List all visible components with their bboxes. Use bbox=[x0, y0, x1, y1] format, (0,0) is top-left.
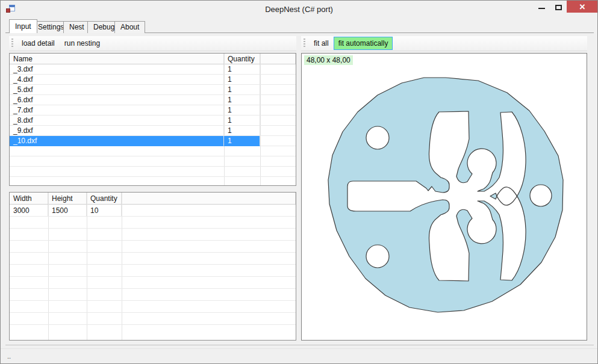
cell-empty bbox=[260, 116, 296, 126]
cell-quantity: 1 bbox=[224, 95, 260, 105]
part-preview-svg bbox=[302, 54, 588, 341]
window-title: DeepNest (C# port) bbox=[1, 5, 597, 14]
tab-nest[interactable]: Nest bbox=[63, 21, 90, 33]
minimize-button[interactable] bbox=[533, 1, 550, 13]
status-text: .. bbox=[1, 353, 11, 360]
page-bottom-divider bbox=[5, 345, 594, 345]
dimension-label: 48,00 x 48,00 bbox=[304, 55, 353, 65]
cell-name: _10.dxf bbox=[10, 136, 224, 146]
cell-quantity: 10 bbox=[87, 205, 122, 217]
cell-name: _7.dxf bbox=[10, 105, 224, 116]
table-row[interactable]: _5.dxf 1 bbox=[10, 85, 296, 95]
part-preview-canvas[interactable]: 48,00 x 48,00 bbox=[301, 53, 587, 341]
fit-automatically-button[interactable]: fit automatically bbox=[334, 37, 393, 50]
table-row[interactable]: _6.dxf 1 bbox=[10, 95, 296, 105]
table-row[interactable]: _3.dxf 1 bbox=[10, 64, 296, 75]
load-detail-button[interactable]: load detail bbox=[17, 37, 60, 50]
cell-quantity: 1 bbox=[224, 105, 260, 116]
sheets-table-header: Width Height Quantity bbox=[10, 193, 296, 205]
cell-empty bbox=[260, 136, 296, 146]
toolbar-grip-icon[interactable] bbox=[304, 39, 305, 48]
cell-empty bbox=[260, 85, 296, 95]
table-row[interactable]: _7.dxf 1 bbox=[10, 105, 296, 116]
cell-name: _9.dxf bbox=[10, 126, 224, 136]
header-quantity[interactable]: Quantity bbox=[224, 54, 260, 64]
table-row[interactable]: 3000 1500 10 bbox=[10, 205, 296, 217]
cell-empty bbox=[260, 105, 296, 116]
cell-quantity: 1 bbox=[224, 136, 260, 146]
empty-rows-area bbox=[10, 217, 296, 329]
cell-name: _3.dxf bbox=[10, 64, 224, 75]
tab-about[interactable]: About bbox=[114, 21, 145, 33]
empty-rows-area bbox=[10, 146, 296, 187]
cell-empty bbox=[260, 126, 296, 136]
left-toolbar: load detail run nesting bbox=[9, 36, 296, 51]
minimize-icon bbox=[538, 8, 545, 9]
close-icon: ✕ bbox=[579, 2, 586, 11]
table-row[interactable]: _9.dxf 1 bbox=[10, 126, 296, 136]
cell-quantity: 1 bbox=[224, 126, 260, 136]
cell-quantity: 1 bbox=[224, 116, 260, 126]
run-nesting-button[interactable]: run nesting bbox=[60, 37, 105, 50]
cell-empty bbox=[260, 75, 296, 85]
part-hole-bottom-left bbox=[366, 245, 389, 268]
cell-empty bbox=[260, 95, 296, 105]
fit-all-button[interactable]: fit all bbox=[309, 37, 334, 50]
table-row[interactable]: _8.dxf 1 bbox=[10, 116, 296, 126]
part-hole-top-left bbox=[366, 126, 389, 149]
cell-empty bbox=[122, 205, 296, 217]
cell-quantity: 1 bbox=[224, 85, 260, 95]
tab-input[interactable]: Input bbox=[9, 19, 37, 33]
toolbar-grip-icon[interactable] bbox=[11, 39, 13, 48]
cell-width: 3000 bbox=[10, 205, 48, 217]
cell-name: _8.dxf bbox=[10, 116, 224, 126]
parts-table-header: Name Quantity bbox=[10, 54, 296, 64]
cell-quantity: 1 bbox=[224, 75, 260, 85]
part-hole-right bbox=[530, 185, 552, 206]
table-row-selected[interactable]: _10.dxf 1 bbox=[10, 136, 296, 146]
cell-name: _4.dxf bbox=[10, 75, 224, 85]
cell-height: 1500 bbox=[48, 205, 87, 217]
header-name[interactable]: Name bbox=[10, 54, 224, 64]
table-row[interactable]: _4.dxf 1 bbox=[10, 75, 296, 85]
parts-table: Name Quantity _3.dxf 1 _4.dxf 1 _5.dxf 1… bbox=[9, 53, 296, 186]
close-button[interactable]: ✕ bbox=[567, 1, 598, 13]
cell-empty bbox=[260, 64, 296, 75]
status-bar: .. bbox=[1, 348, 597, 363]
maximize-button[interactable] bbox=[550, 1, 567, 13]
title-bar: DeepNest (C# port) ✕ bbox=[1, 1, 597, 20]
header-empty bbox=[260, 54, 296, 64]
maximize-icon bbox=[555, 5, 562, 10]
cell-name: _6.dxf bbox=[10, 95, 224, 105]
cell-name: _5.dxf bbox=[10, 85, 224, 95]
header-width[interactable]: Width bbox=[10, 193, 48, 204]
header-empty bbox=[122, 193, 296, 204]
header-quantity[interactable]: Quantity bbox=[87, 193, 122, 204]
cell-quantity: 1 bbox=[224, 64, 260, 75]
header-height[interactable]: Height bbox=[48, 193, 87, 204]
app-window: DeepNest (C# port) ✕ Input Settings Nest… bbox=[0, 0, 598, 364]
right-toolbar: fit all fit automatically bbox=[301, 36, 587, 51]
sheets-table: Width Height Quantity 3000 1500 10 bbox=[9, 192, 296, 341]
